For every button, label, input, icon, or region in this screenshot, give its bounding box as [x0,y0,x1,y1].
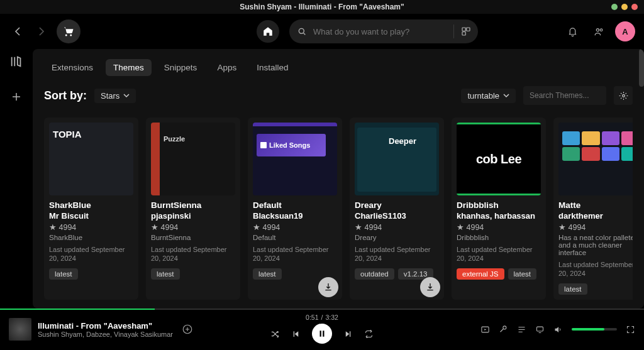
previous-button[interactable] [291,329,301,339]
theme-thumbnail: Deeper [355,123,439,195]
tag: external JS [457,268,504,280]
theme-card[interactable]: cob Lee Dribbblish khanhas, harbassan ★ … [452,118,546,300]
tag-row: external JS latest [457,268,541,280]
theme-card[interactable]: Puzzle BurntSienna pjaspinski ★ 4994 Bur… [146,118,240,300]
nav-back-button[interactable] [9,23,26,40]
maximize-dot[interactable] [621,4,628,10]
download-icon [425,282,435,292]
theme-sub: Has a neat color pallete and a much clea… [558,234,633,256]
search-bar[interactable] [289,19,478,43]
theme-stars: ★ 4994 [355,222,439,232]
shuffle-button[interactable] [270,329,280,339]
theme-title: Dreary [355,200,439,210]
theme-author: Blacksuan19 [253,211,337,221]
home-button[interactable] [257,20,279,43]
repeat-button[interactable] [364,329,374,339]
next-button[interactable] [343,329,353,339]
tab-apps[interactable]: Apps [209,59,244,76]
mute-button[interactable] [553,325,563,334]
avatar[interactable]: A [615,21,635,41]
play-pause-button[interactable] [312,324,332,344]
themes-search-input[interactable] [523,86,606,105]
gear-icon [619,91,628,101]
download-button[interactable] [420,277,440,297]
tag: latest [508,268,537,280]
add-to-playlist-button[interactable] [182,324,193,335]
view-dropdown[interactable]: turntable [461,89,516,103]
theme-sub: SharkBlue [49,234,133,241]
friends-button[interactable] [589,21,609,41]
fullscreen-button[interactable] [626,325,635,334]
volume-icon [553,325,563,334]
tab-snippets[interactable]: Snippets [157,59,205,76]
theme-card[interactable]: Matte darkthemer ★ 4994 Has a neat color… [553,118,633,300]
sort-label: Sort by: [44,89,87,102]
theme-thumbnail [558,123,633,195]
svg-rect-10 [537,327,543,331]
theme-card[interactable]: Deeper Dreary CharlieS1103 ★ 4994 Dreary… [350,118,444,300]
plus-circle-icon [182,324,193,335]
notifications-button[interactable] [562,21,582,41]
theme-updated: Last updated September 20, 2024 [253,245,337,263]
theme-thumbnail: TOPIA [49,123,133,195]
tab-themes[interactable]: Themes [106,59,152,76]
theme-updated: Last updated September 20, 2024 [49,245,133,263]
lyrics-button[interactable] [499,325,508,334]
duration: 3:32 [325,314,338,321]
theme-stars: ★ 4994 [151,222,235,232]
top-bar: A [0,14,644,49]
library-button[interactable] [6,52,26,72]
marketplace-tabs: Extensions Themes Snippets Apps Installe… [44,59,633,76]
main-panel: Extensions Themes Snippets Apps Installe… [33,49,644,309]
nav-forward-button[interactable] [33,23,50,40]
shuffle-icon [270,329,280,339]
theme-card[interactable]: Liked Songs Default Blacksuan19 ★ 4994 D… [248,118,342,300]
devices-button[interactable] [535,325,545,334]
search-input[interactable] [313,27,447,36]
theme-updated: Last updated September 20, 2024 [355,245,439,263]
settings-button[interactable] [614,86,633,105]
now-playing-title[interactable]: Illuminati - From "Aavesham" [38,321,173,331]
window-title: Sushin Shyam - Illuminati - From "Aavesh… [240,3,404,11]
theme-sub: Dreary [355,234,439,241]
theme-card[interactable]: TOPIA SharkBlue Mr Biscuit ★ 4994 SharkB… [44,118,138,300]
theme-updated: Last updated September 20, 2024 [151,245,235,263]
sort-dropdown[interactable]: Stars [94,89,136,103]
queue-button[interactable] [517,325,526,334]
theme-stars: ★ 4994 [558,222,633,232]
create-button[interactable] [6,87,26,107]
tab-installed[interactable]: Installed [249,59,296,76]
minimize-dot[interactable] [611,4,618,10]
tag-row: latest [558,283,633,295]
tab-extensions[interactable]: Extensions [44,59,101,76]
svg-point-5 [600,28,602,31]
player-center-controls: 0:51 / 3:32 [228,314,416,344]
window-titlebar: Sushin Shyam - Illuminati - From "Aavesh… [0,0,644,14]
marketplace-button[interactable] [57,19,80,43]
progress-bar[interactable] [0,309,644,310]
svg-point-0 [299,28,304,33]
now-playing-art[interactable] [9,318,31,341]
queue-icon [517,325,526,334]
volume-slider[interactable] [572,328,617,331]
now-playing-view-button[interactable] [480,325,490,334]
theme-title: Matte [558,200,633,210]
now-playing-icon [480,325,490,334]
pause-icon [318,329,326,338]
theme-cards: TOPIA SharkBlue Mr Biscuit ★ 4994 SharkB… [44,118,633,300]
theme-thumbnail: Puzzle [151,123,235,195]
browse-icon[interactable] [460,26,472,37]
player-bar: Illuminati - From "Aavesham" Sushin Shya… [0,309,644,350]
theme-author: darkthemer [558,211,633,221]
cart-icon [63,26,74,37]
theme-stars: ★ 4994 [49,222,133,232]
download-button[interactable] [318,277,338,297]
scrollbar-thumb[interactable] [639,49,644,87]
now-playing-artists[interactable]: Sushin Shyam, Dabzee, Vinayak Sasikumar [38,331,173,338]
theme-title: Dribbblish [457,200,541,210]
close-dot[interactable] [631,4,638,10]
bell-icon [567,26,578,37]
devices-icon [535,325,545,334]
volume-fill [572,328,604,331]
friends-icon [594,26,604,37]
